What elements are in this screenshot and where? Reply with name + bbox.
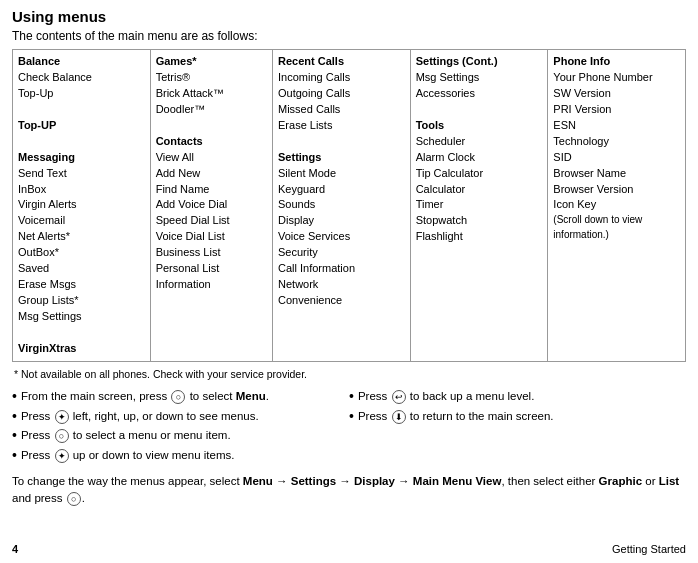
menu-item: Flashlight: [416, 229, 543, 245]
menu-item: Speed Dial List: [156, 213, 267, 229]
footnote: * Not available on all phones. Check wit…: [12, 368, 686, 380]
menu-item: Doodler™: [156, 102, 267, 118]
menu-item: Information: [156, 277, 267, 293]
menu-item: Tip Calculator: [416, 166, 543, 182]
menu-item: Convenience: [278, 293, 405, 309]
menu-item: Outgoing Calls: [278, 86, 405, 102]
menu-item: Send Text: [18, 166, 145, 182]
menu-item: Sounds: [278, 197, 405, 213]
menu-table: Balance Check Balance Top-Up Top-UP Mess…: [12, 49, 686, 362]
col-tools-header: Tools: [416, 118, 543, 134]
page-number: 4: [12, 543, 18, 555]
menu-item: Find Name: [156, 182, 267, 198]
col-games-header: Games*: [156, 54, 267, 70]
bullet-text: Press ✦ up or down to view menu items.: [21, 447, 235, 463]
menu-item: Add Voice Dial: [156, 197, 267, 213]
menu-item: Saved: [18, 261, 145, 277]
nav-icon-2: ✦: [55, 449, 69, 463]
menu-item: Icon Key: [553, 197, 680, 213]
bullet-text: Press ✦ left, right, up, or down to see …: [21, 408, 259, 424]
bullet-item-1: • From the main screen, press ○ to selec…: [12, 388, 341, 405]
col-virginxtras-header: VirginXtras: [18, 341, 145, 357]
menu-item: Business List: [156, 245, 267, 261]
col-messaging-header: Messaging: [18, 150, 145, 166]
menu-item: Technology: [553, 134, 680, 150]
menu-item: Calculator: [416, 182, 543, 198]
menu-item: Virgin Alerts: [18, 197, 145, 213]
back-icon: ↩: [392, 390, 406, 404]
col-balance: Balance Check Balance Top-Up Top-UP Mess…: [13, 50, 151, 362]
col-recent-calls: Recent Calls Incoming Calls Outgoing Cal…: [273, 50, 411, 362]
menu-item: Alarm Clock: [416, 150, 543, 166]
menu-item: View All: [156, 150, 267, 166]
menu-item: Browser Version: [553, 182, 680, 198]
menu-item: Timer: [416, 197, 543, 213]
bullet-text: From the main screen, press ○ to select …: [21, 388, 269, 404]
ok-icon-2: ○: [55, 429, 69, 443]
col-phone-info: Phone Info Your Phone Number SW Version …: [548, 50, 686, 362]
col-contacts-header: Contacts: [156, 134, 267, 150]
bullet-item-5: • Press ↩ to back up a menu level.: [349, 388, 678, 405]
menu-item: Check Balance: [18, 70, 145, 86]
menu-item: Group Lists*: [18, 293, 145, 309]
menu-item: Scheduler: [416, 134, 543, 150]
menu-item: Voicemail: [18, 213, 145, 229]
bullet-item-2: • Press ✦ left, right, up, or down to se…: [12, 408, 341, 425]
menu-item: SW Version: [553, 86, 680, 102]
bullet-col-left: • From the main screen, press ○ to selec…: [12, 388, 349, 467]
menu-item: InBox: [18, 182, 145, 198]
bullet-item-6: • Press ⬇ to return to the main screen.: [349, 408, 678, 425]
col-balance-header: Balance: [18, 54, 145, 70]
page-label: Getting Started: [612, 543, 686, 555]
page-title: Using menus: [12, 8, 686, 25]
menu-item: Net Alerts*: [18, 229, 145, 245]
menu-item: Call Information: [278, 261, 405, 277]
menu-item: Accessories: [416, 86, 543, 102]
menu-item: Missed Calls: [278, 102, 405, 118]
menu-item: Voice Dial List: [156, 229, 267, 245]
col-recent-calls-header: Recent Calls: [278, 54, 405, 70]
ok-icon-3: ○: [67, 492, 81, 506]
menu-item: Top-Up: [18, 86, 145, 102]
bullet-item-4: • Press ✦ up or down to view menu items.: [12, 447, 341, 464]
menu-item: Erase Lists: [278, 118, 405, 134]
bullet-dot: •: [12, 427, 17, 444]
menu-item: ESN: [553, 118, 680, 134]
menu-item: Tetris®: [156, 70, 267, 86]
col-settings-header: Settings: [278, 150, 405, 166]
bullet-text: Press ⬇ to return to the main screen.: [358, 408, 554, 424]
menu-item: Voice Services: [278, 229, 405, 245]
bullet-text: Press ○ to select a menu or menu item.: [21, 427, 231, 443]
bullet-text: Press ↩ to back up a menu level.: [358, 388, 534, 404]
bullet-dot: •: [349, 408, 354, 425]
menu-item: Silent Mode: [278, 166, 405, 182]
bullet-item-3: • Press ○ to select a menu or menu item.: [12, 427, 341, 444]
nav-icon: ✦: [55, 410, 69, 424]
bullet-dot: •: [12, 447, 17, 464]
menu-item: Msg Settings: [416, 70, 543, 86]
bullet-dot: •: [12, 388, 17, 405]
menu-item: Incoming Calls: [278, 70, 405, 86]
bullet-section: • From the main screen, press ○ to selec…: [12, 388, 686, 467]
col-games: Games* Tetris® Brick Attack™ Doodler™ Co…: [150, 50, 272, 362]
menu-item: Personal List: [156, 261, 267, 277]
bullet-dot: •: [349, 388, 354, 405]
menu-item: Keyguard: [278, 182, 405, 198]
bullet-dot: •: [12, 408, 17, 425]
menu-item-scroll: (Scroll down to view information.): [553, 213, 680, 242]
intro-text: The contents of the main menu are as fol…: [12, 29, 686, 43]
menu-item: Your Phone Number: [553, 70, 680, 86]
menu-item: Brick Attack™: [156, 86, 267, 102]
col-settings-cont: Settings (Cont.) Msg Settings Accessorie…: [410, 50, 548, 362]
menu-item: Erase Msgs: [18, 277, 145, 293]
ok-icon: ○: [171, 390, 185, 404]
menu-item: SID: [553, 150, 680, 166]
bottom-text: To change the way the menus appear, sele…: [12, 473, 686, 508]
menu-item: Security: [278, 245, 405, 261]
col-phone-info-header: Phone Info: [553, 54, 680, 70]
page-footer: 4 Getting Started: [12, 533, 686, 555]
menu-item: Add New: [156, 166, 267, 182]
bullet-col-right: • Press ↩ to back up a menu level. • Pre…: [349, 388, 686, 467]
end-icon: ⬇: [392, 410, 406, 424]
menu-item: Msg Settings: [18, 309, 145, 325]
